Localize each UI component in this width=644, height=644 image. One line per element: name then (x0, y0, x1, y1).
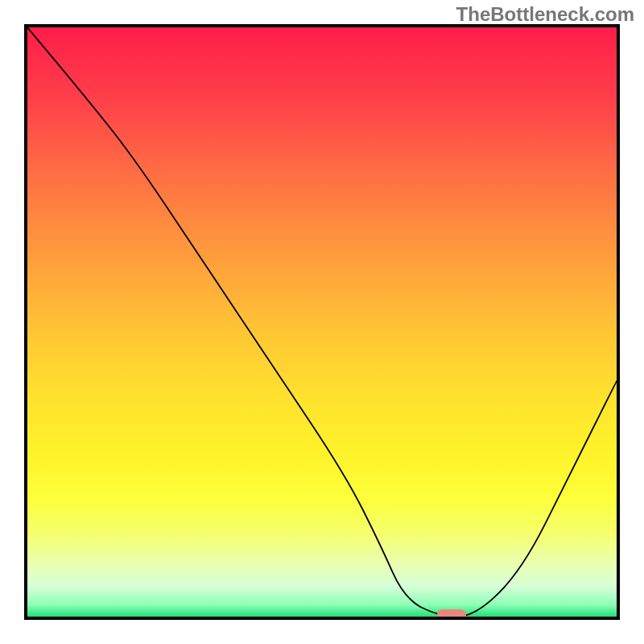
chart-container: TheBottleneck.com (0, 0, 644, 644)
bottleneck-curve (27, 27, 617, 617)
plot-frame (24, 24, 620, 620)
optimum-marker (437, 609, 466, 617)
watermark-text: TheBottleneck.com (456, 3, 634, 26)
curve-layer (27, 27, 617, 617)
